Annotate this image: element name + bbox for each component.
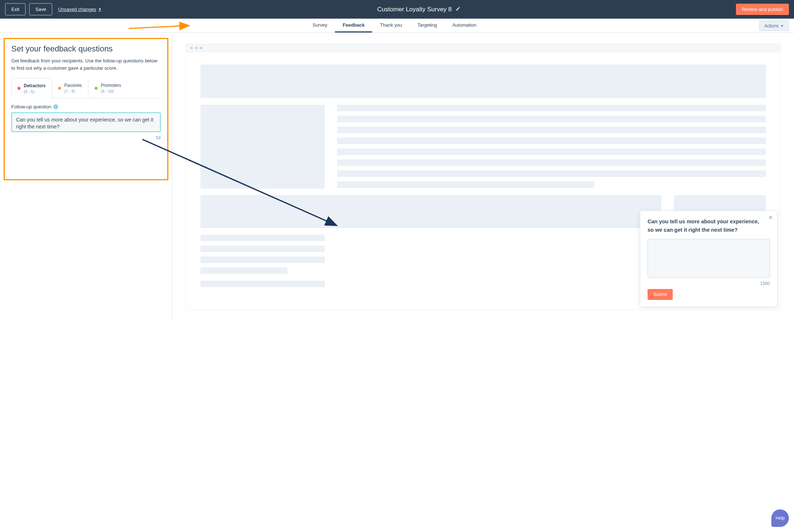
skeleton-line (337, 105, 766, 111)
segment-label: Promoters (101, 83, 121, 88)
skeleton-line (337, 116, 766, 122)
skeleton-block (201, 195, 661, 228)
tabs-bar: Survey Feedback Thank you Targeting Auto… (0, 19, 794, 33)
exit-button[interactable]: Exit (5, 3, 26, 15)
segment-label: Detractors (24, 83, 46, 88)
tab-thank-you[interactable]: Thank you (372, 19, 410, 32)
submit-button[interactable]: Submit (648, 289, 673, 300)
skeleton-line (337, 149, 766, 155)
skeleton-block (201, 65, 766, 98)
feedback-questions-panel: Set your feedback questions Get feedback… (4, 38, 168, 180)
unsaved-changes-menu[interactable]: Unsaved changes ▼ (58, 7, 102, 12)
preview-window: ✕ Can you tell us more about your experi… (186, 44, 781, 310)
tab-targeting[interactable]: Targeting (410, 19, 444, 32)
dot-icon (58, 87, 61, 90)
dot-icon (18, 87, 20, 90)
skeleton-block (201, 105, 325, 189)
page-title-wrap: Customer Loyalty Survey 8 (377, 6, 461, 13)
segment-label: Passives (64, 83, 82, 88)
skeleton-line (337, 181, 594, 188)
survey-popup: ✕ Can you tell us more about your experi… (640, 211, 778, 307)
panel-title: Set your feedback questions (11, 44, 161, 54)
segment-tab-promoters[interactable]: Promoters (9 - 10) (88, 78, 127, 98)
unsaved-changes-label: Unsaved changes (58, 7, 96, 12)
segment-range: (7 - 8) (64, 89, 82, 93)
save-button[interactable]: Save (29, 3, 53, 15)
skeleton-line (337, 159, 766, 166)
skeleton-line (201, 257, 325, 263)
header-bar: Exit Save Unsaved changes ▼ Customer Loy… (0, 0, 794, 19)
window-dots-icon (186, 44, 780, 52)
review-publish-button[interactable]: Review and publish (736, 4, 789, 15)
tab-automation[interactable]: Automation (444, 19, 484, 32)
skeleton-line (337, 170, 766, 177)
tab-feedback[interactable]: Feedback (335, 19, 372, 32)
dot-icon (95, 87, 98, 90)
skeleton-line (337, 127, 766, 133)
segment-range: (9 - 10) (101, 89, 121, 93)
char-count: 59 (11, 135, 161, 140)
popup-question: Can you tell us more about your experien… (648, 217, 770, 234)
config-column: Set your feedback questions Get feedback… (0, 33, 172, 321)
followup-label-row: Follow-up question i (11, 104, 161, 109)
segment-range: (0 - 6) (24, 89, 46, 94)
segment-tabs: Detractors (0 - 6) Passives (7 - 8) Prom… (11, 78, 161, 98)
popup-char-limit: 1500 (648, 281, 770, 286)
actions-label: Actions (764, 23, 779, 28)
caret-down-icon: ▼ (98, 7, 102, 11)
panel-description: Get feedback from your recipients. Use t… (11, 57, 161, 72)
skeleton-line (201, 281, 325, 287)
skeleton-line (201, 267, 287, 274)
skeleton-line (201, 235, 325, 241)
skeleton-line (337, 138, 766, 144)
followup-textarea[interactable] (11, 112, 161, 132)
segment-tab-passives[interactable]: Passives (7 - 8) (52, 78, 88, 98)
caret-down-icon: ▼ (780, 24, 784, 28)
edit-title-icon[interactable] (455, 6, 461, 13)
page-title: Customer Loyalty Survey 8 (377, 6, 452, 13)
skeleton-line (201, 246, 325, 252)
segment-tab-detractors[interactable]: Detractors (0 - 6) (11, 78, 52, 98)
close-icon[interactable]: ✕ (768, 215, 773, 220)
followup-label: Follow-up question (11, 104, 51, 109)
popup-response-textarea[interactable] (648, 239, 770, 278)
preview-column: ✕ Can you tell us more about your experi… (172, 33, 794, 321)
actions-dropdown[interactable]: Actions ▼ (759, 21, 789, 31)
info-icon[interactable]: i (53, 104, 58, 109)
tab-survey[interactable]: Survey (305, 19, 335, 32)
